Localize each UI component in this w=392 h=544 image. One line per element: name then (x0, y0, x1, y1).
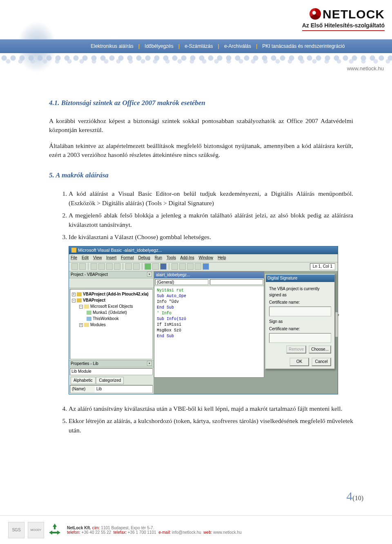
nav-item[interactable]: Időbélyegzés (140, 43, 178, 49)
paragraph: A korábbi verziókhoz képest a biztonsági… (49, 116, 353, 135)
code-combo-row: (General) (154, 278, 264, 286)
property-value[interactable]: Lib (95, 386, 152, 393)
project-icon (77, 298, 82, 302)
toolbar-stop-icon[interactable] (160, 263, 167, 270)
procedure-combo[interactable] (210, 279, 263, 285)
object-combo[interactable]: (General) (155, 279, 208, 285)
project-tree[interactable]: +VBAProject (Add-In Ptouch42.xla) −VBAPr… (70, 289, 153, 359)
menu-format[interactable]: Format (121, 255, 134, 260)
choose-button[interactable]: Choose... (309, 345, 331, 354)
cancel-button[interactable]: Cancel (312, 358, 331, 366)
toolbar-button[interactable] (133, 263, 140, 270)
toolbar-button[interactable] (125, 263, 132, 270)
tree-node[interactable]: VBAProject (83, 298, 105, 302)
heading-5: 5. A makrók aláírása (49, 170, 353, 181)
vbe-screenshot: Microsoft Visual Basic - alairt_idobelye… (69, 246, 338, 394)
toolbar-help-icon[interactable] (203, 263, 209, 270)
properties-grid[interactable]: (Name) Lib (70, 385, 153, 393)
tree-node[interactable]: Munka1 (Üdvözlet) (93, 310, 127, 315)
menu-debug[interactable]: Debug (138, 255, 150, 260)
remove-button[interactable]: Remove (286, 345, 306, 354)
properties-object-combo[interactable]: Lib Module (70, 368, 153, 375)
footer-addr: 1101 Budapest, Expo tér 5-7. (101, 526, 154, 530)
toolbar-button[interactable] (106, 263, 113, 270)
view-button[interactable] (78, 279, 83, 285)
menu-tools[interactable]: Tools (167, 255, 176, 260)
menu-insert[interactable]: Insert (106, 255, 116, 260)
nav-item[interactable]: Elektronikus aláírás (86, 43, 138, 49)
toolbar-button[interactable] (187, 263, 194, 270)
tree-node[interactable]: ThisWorkbook (93, 316, 119, 321)
cursor-position: Ln 1, Col 1 (310, 263, 335, 270)
moody-text: MOODY (31, 528, 41, 531)
nav-item[interactable]: e-Archiválás (219, 43, 256, 49)
page-footer: SGS MOODY NetLock Kft. cím: 1101 Budapes… (0, 515, 392, 544)
code-line: MsgBox Szö (157, 328, 261, 334)
toolbar-button[interactable] (114, 263, 120, 270)
recycle-icon (47, 523, 62, 537)
toolbar-break-icon[interactable] (152, 263, 159, 270)
code-editor[interactable]: Nyitási rut Sub Auto_Ope Info "Üdv End S… (154, 286, 264, 341)
menu-addins[interactable]: Add-Ins (180, 255, 194, 260)
menu-view[interactable]: View (93, 255, 102, 260)
toolbar-button[interactable] (172, 263, 178, 270)
footer-web-label: web: (203, 530, 212, 535)
footer-mail-label: e-mail: (158, 530, 171, 535)
tree-expand-icon[interactable]: + (72, 293, 76, 296)
code-line: Nyitási rut (157, 288, 261, 293)
code-line: ' Info (157, 311, 261, 316)
steps-list-continued: Az aláíró tanúsítvány kiválasztása után … (49, 404, 353, 435)
menu-help[interactable]: Help (218, 255, 226, 260)
logo-block: NETLOCK Az Első Hitelesítés-szolgáltató (302, 7, 385, 31)
menu-edit[interactable]: Edit (82, 255, 89, 260)
menu-run[interactable]: Run (155, 255, 162, 260)
code-window: alairt_idobelyegz... (General) Nyitási r… (154, 271, 264, 378)
nav-item[interactable]: e-Számlázás (180, 43, 218, 49)
sgs-logo: SGS (8, 522, 24, 538)
nav-bar: Elektronikus aláírás| Időbélyegzés| e-Sz… (0, 39, 392, 53)
dialog-intro-text: The VBA project is currently signed as (269, 286, 331, 298)
vbe-app-icon (71, 248, 76, 253)
toolbar-button[interactable] (71, 263, 78, 270)
toolbar-button[interactable] (91, 263, 97, 270)
tab-alphabetic[interactable]: Alphabetic (71, 377, 96, 385)
panel-close-icon[interactable]: × (147, 272, 152, 277)
view-button[interactable] (85, 279, 90, 285)
tree-node[interactable]: Modules (90, 322, 106, 327)
project-view-buttons (69, 278, 154, 288)
digital-signature-dialog: Digital Signature The VBA project is cur… (265, 274, 335, 369)
menu-file[interactable]: File (71, 255, 77, 260)
steps-list: A kód aláírást a Visual Basic Editor-on … (49, 189, 353, 242)
tree-node[interactable]: Microsoft Excel Objects (90, 304, 133, 309)
workbook-icon (87, 317, 91, 321)
tree-expand-icon[interactable]: + (79, 323, 83, 327)
dialog-cert-field (269, 307, 331, 316)
project-panel-label: Project - VBAProject (71, 272, 108, 278)
toolbar-button[interactable] (98, 263, 105, 270)
logo: NETLOCK (302, 7, 385, 21)
view-button[interactable] (71, 279, 76, 285)
tree-node[interactable]: VBAProject (Add-In Ptouch42.xla) (83, 292, 149, 296)
vbe-title-doc: alairt_idobelyegz... (125, 247, 162, 254)
tab-categorized[interactable]: Categorized (96, 377, 124, 385)
toolbar-run-icon[interactable] (145, 263, 151, 270)
toolbar-button[interactable] (195, 263, 201, 270)
toolbar-button[interactable] (79, 263, 86, 270)
toolbar-separator (122, 263, 123, 270)
code-line: Sub Info(Szö (157, 316, 261, 322)
toolbar-button[interactable] (179, 263, 186, 270)
menu-window[interactable]: Window (199, 255, 214, 260)
tree-expand-icon[interactable]: − (72, 299, 76, 302)
code-line: Info "Üdv (157, 299, 261, 305)
dialog-label-certname: Certificate name: (269, 300, 331, 306)
paragraph: Általában tekintve az alapértelmezett be… (49, 141, 353, 160)
code-line: End Sub (157, 334, 261, 339)
nav-item[interactable]: PKI tanácsadás és rendszerintegráció (257, 43, 350, 49)
step-item: Az aláíró tanúsítvány kiválasztása után … (69, 404, 353, 413)
footer-addr-label: cím: (92, 526, 100, 530)
panel-close-icon[interactable]: × (147, 361, 152, 366)
tree-expand-icon[interactable]: − (79, 305, 83, 309)
step-item: A kód aláírást a Visual Basic Editor-on … (69, 189, 353, 208)
dialog-title: Digital Signature (266, 275, 334, 282)
ok-button[interactable]: OK (290, 358, 309, 366)
